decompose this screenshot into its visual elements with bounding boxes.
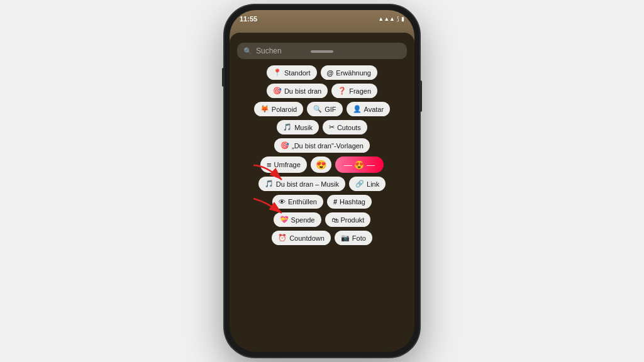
du-bist-dran-label: Du bist dran xyxy=(284,87,321,95)
sticker-du-bist-dran[interactable]: 🎯 Du bist dran xyxy=(267,84,328,98)
cutouts-icon: ✂ xyxy=(329,123,335,131)
sticker-umfrage[interactable]: ≡ Umfrage xyxy=(260,156,307,173)
sticker-avatar[interactable]: 👤 Avatar xyxy=(347,102,391,116)
sticker-row-2: 🎯 Du bist dran ❓ Fragen xyxy=(267,84,377,98)
sticker-musik[interactable]: 🎵 Musik xyxy=(277,120,319,134)
fragen-label: Fragen xyxy=(349,87,371,95)
gif-icon: 🔍 xyxy=(313,105,322,113)
spende-icon: 💝 xyxy=(280,216,289,224)
erwaehnung-label: Erwähnung xyxy=(336,69,371,77)
wifi-icon: ⟆ xyxy=(397,16,399,22)
status-bar: 11:55 ▲▲▲ ⟆ ▮ xyxy=(230,10,414,25)
sticker-polaroid[interactable]: 🦊 Polaroid xyxy=(254,102,303,116)
sticker-hashtag[interactable]: # Hashtag xyxy=(327,195,372,209)
sticker-musik-challenge[interactable]: 🎵 Du bist dran – Musik xyxy=(258,177,345,191)
sticker-row-8: 👁 Enthüllen # Hashtag xyxy=(272,195,372,209)
sticker-spende[interactable]: 💝 Spende xyxy=(274,212,321,227)
hashtag-icon: # xyxy=(333,198,337,206)
sticker-gif[interactable]: 🔍 GIF xyxy=(307,102,342,116)
sticker-fragen[interactable]: ❓ Fragen xyxy=(331,84,377,98)
sticker-row-6: ≡ Umfrage 😍 — 😍 — xyxy=(260,156,384,173)
phone-screen: 11:55 ▲▲▲ ⟆ ▮ 🔍 Suchen xyxy=(230,10,414,352)
sticker-link[interactable]: 🔗 Link xyxy=(349,177,386,191)
vorlagen-label: „Du bist dran"-Vorlagen xyxy=(292,142,364,150)
sticker-row-10: ⏰ Countdown 📷 Foto xyxy=(272,231,372,245)
battery-icon: ▮ xyxy=(401,16,404,22)
sticker-vorlagen[interactable]: 🎯 „Du bist dran"-Vorlagen xyxy=(274,138,370,153)
spende-label: Spende xyxy=(291,216,315,224)
musik-challenge-icon: 🎵 xyxy=(265,180,274,188)
sticker-row-3: 🦊 Polaroid 🔍 GIF 👤 Avatar xyxy=(254,102,390,116)
sticker-produkt[interactable]: 🛍 Produkt xyxy=(325,212,371,227)
search-icon: 🔍 xyxy=(243,47,252,55)
search-placeholder: Suchen xyxy=(256,47,282,55)
musik-challenge-label: Du bist dran – Musik xyxy=(276,180,339,188)
countdown-icon: ⏰ xyxy=(278,234,287,242)
erwaehnung-icon: @ xyxy=(327,69,334,77)
status-icons: ▲▲▲ ⟆ ▮ xyxy=(378,16,404,22)
standort-icon: 📍 xyxy=(273,69,282,77)
sticker-sheet: 🔍 Suchen 📍 Standort @ Erwähnung xyxy=(230,33,414,352)
stickers-grid: 📍 Standort @ Erwähnung 🎯 Du bist dran xyxy=(237,65,407,245)
link-icon: 🔗 xyxy=(355,180,364,188)
sticker-standort[interactable]: 📍 Standort xyxy=(267,65,317,80)
sticker-emoji-reaction[interactable]: 😍 xyxy=(311,156,331,173)
sticker-enthuellen[interactable]: 👁 Enthüllen xyxy=(272,195,323,209)
polaroid-label: Polaroid xyxy=(272,106,297,113)
sticker-erwaehnung[interactable]: @ Erwähnung xyxy=(321,65,377,80)
musik-label: Musik xyxy=(294,124,313,131)
produkt-label: Produkt xyxy=(341,216,365,224)
umfrage-label: Umfrage xyxy=(274,161,301,168)
status-time: 11:55 xyxy=(240,15,257,23)
avatar-label: Avatar xyxy=(364,106,384,113)
vorlagen-icon: 🎯 xyxy=(280,141,289,150)
sticker-countdown[interactable]: ⏰ Countdown xyxy=(272,231,331,245)
gif-label: GIF xyxy=(325,106,336,113)
foto-label: Foto xyxy=(352,234,366,242)
signal-icon: ▲▲▲ xyxy=(378,16,395,22)
enthuellen-label: Enthüllen xyxy=(288,198,317,206)
produkt-icon: 🛍 xyxy=(331,216,338,224)
drag-handle[interactable] xyxy=(311,50,333,53)
sticker-row-4: 🎵 Musik ✂ Cutouts xyxy=(277,120,367,134)
emoji-reaction-icon: 😍 xyxy=(316,160,326,170)
sticker-row-7: 🎵 Du bist dran – Musik 🔗 Link xyxy=(258,177,386,191)
sticker-cutouts[interactable]: ✂ Cutouts xyxy=(323,120,367,134)
sticker-row-5: 🎯 „Du bist dran"-Vorlagen xyxy=(274,138,370,153)
sticker-row-1: 📍 Standort @ Erwähnung xyxy=(267,65,377,80)
fragen-icon: ❓ xyxy=(338,87,347,95)
link-label: Link xyxy=(367,180,379,188)
sticker-foto[interactable]: 📷 Foto xyxy=(335,231,372,245)
screen-content: 11:55 ▲▲▲ ⟆ ▮ 🔍 Suchen xyxy=(230,10,414,352)
cutouts-label: Cutouts xyxy=(337,124,361,131)
umfrage-icon: ≡ xyxy=(267,160,272,170)
du-bist-dran-icon: 🎯 xyxy=(273,87,282,95)
sticker-row-9: 💝 Spende 🛍 Produkt xyxy=(274,212,371,227)
standort-label: Standort xyxy=(284,69,311,77)
sticker-slider[interactable]: — 😍 — xyxy=(335,156,384,173)
foto-icon: 📷 xyxy=(341,234,350,242)
polaroid-icon: 🦊 xyxy=(260,105,269,113)
countdown-label: Countdown xyxy=(289,234,325,242)
phone-frame: 11:55 ▲▲▲ ⟆ ▮ 🔍 Suchen xyxy=(225,5,419,357)
avatar-icon: 👤 xyxy=(353,105,362,113)
enthuellen-icon: 👁 xyxy=(279,198,286,206)
musik-icon: 🎵 xyxy=(283,123,292,131)
slider-icon: — 😍 — xyxy=(344,160,375,170)
hashtag-label: Hashtag xyxy=(340,198,365,206)
